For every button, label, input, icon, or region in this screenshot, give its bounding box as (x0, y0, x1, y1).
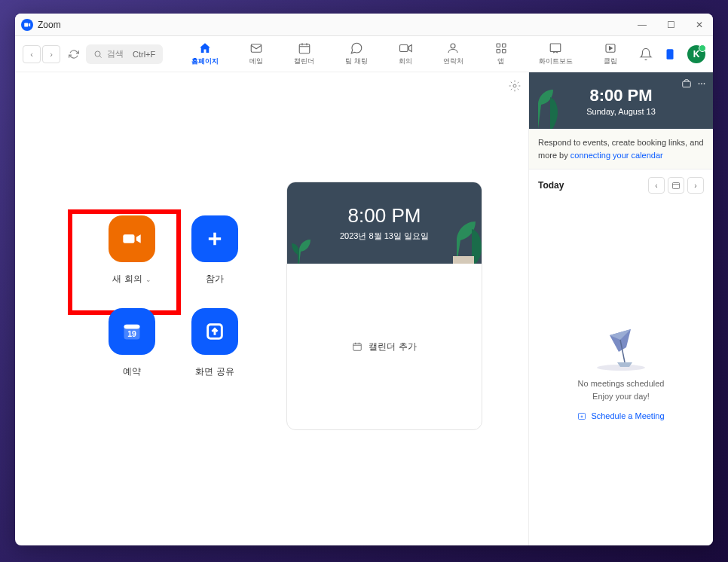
svg-rect-3 (299, 44, 310, 53)
empty-state: No meetings scheduled Enjoy your day! Sc… (529, 201, 713, 545)
next-day-button[interactable]: › (687, 177, 704, 194)
card-clock-time: 8:00 PM (348, 204, 421, 228)
bell-icon[interactable] (639, 47, 653, 61)
svg-rect-14 (123, 234, 134, 243)
sidebar-info: Respond to events, create booking links,… (529, 129, 713, 170)
svg-rect-16 (124, 325, 140, 329)
svg-rect-20 (353, 344, 362, 350)
nav-apps[interactable]: 앱 (488, 40, 514, 68)
svg-rect-9 (502, 50, 506, 53)
svg-rect-8 (497, 50, 500, 53)
nav-home[interactable]: 홈페이지 (185, 40, 225, 68)
close-button[interactable]: ✕ (692, 20, 707, 30)
refresh-button[interactable] (65, 45, 83, 63)
plant-decoration-icon (529, 84, 558, 129)
user-avatar[interactable]: K (687, 45, 705, 63)
titlebar: Zoom — ☐ ✕ (15, 14, 713, 36)
whiteboard-icon (549, 41, 562, 55)
svg-point-23 (701, 83, 702, 84)
nav-contacts[interactable]: 연락처 (437, 40, 470, 68)
today-label: Today (538, 180, 564, 191)
plant-decoration-icon (292, 232, 322, 264)
briefcase-icon[interactable] (681, 78, 692, 89)
prev-day-button[interactable]: ‹ (648, 177, 665, 194)
minimize-button[interactable]: — (635, 20, 650, 30)
nav-meetings[interactable]: 회의 (393, 40, 418, 68)
toolbar: ‹ › 검색 Ctrl+F 홈페이지 메일 캘린더 (15, 36, 713, 72)
calendar-icon (352, 341, 362, 352)
nav-chat[interactable]: 팀 채팅 (339, 40, 374, 68)
info-icon[interactable] (663, 47, 677, 61)
arrow-up-icon (204, 321, 225, 342)
svg-point-22 (699, 83, 700, 84)
svg-point-24 (704, 83, 705, 84)
svg-rect-7 (502, 44, 506, 47)
svg-rect-21 (683, 81, 691, 87)
svg-rect-0 (24, 23, 28, 26)
zoom-logo-icon (21, 19, 33, 31)
action-grid: 새 회의 ⌄ 참가 19 예약 (90, 215, 256, 378)
schedule-button[interactable]: 19 (109, 308, 155, 355)
schedule-meeting-link[interactable]: Schedule a Meeting (577, 411, 664, 420)
forward-button[interactable]: › (42, 45, 60, 63)
svg-point-5 (451, 44, 455, 48)
sidebar-header: 8:00 PM Sunday, August 13 (529, 72, 713, 129)
gear-icon (509, 80, 521, 92)
svg-text:19: 19 (127, 329, 136, 338)
add-calendar-button[interactable]: 캘린더 추가 (287, 264, 482, 429)
connect-calendar-link[interactable]: connecting your calendar (570, 151, 663, 160)
svg-rect-12 (667, 49, 674, 60)
calendar-icon (298, 41, 311, 55)
schedule-action: 19 예약 (90, 308, 173, 378)
more-icon[interactable] (696, 78, 707, 89)
video-icon (399, 41, 412, 55)
svg-rect-6 (497, 44, 500, 47)
apps-icon (494, 41, 508, 55)
video-camera-icon (121, 228, 142, 249)
maximize-button[interactable]: ☐ (663, 20, 678, 30)
settings-button[interactable] (509, 80, 521, 95)
main-nav: 홈페이지 메일 캘린더 팀 채팅 회의 연락처 (185, 40, 623, 68)
svg-point-13 (513, 84, 516, 87)
mail-icon (249, 41, 263, 55)
join-button[interactable] (191, 215, 238, 262)
calendar-plus-icon (577, 411, 586, 420)
card-clock-date: 2023년 8월 13일 일요일 (340, 231, 429, 242)
search-icon (93, 50, 102, 59)
nav-mail[interactable]: 메일 (243, 40, 269, 68)
today-icon-button[interactable] (668, 177, 684, 194)
sidebar: 8:00 PM Sunday, August 13 Respond to eve… (528, 72, 713, 545)
clips-icon (604, 41, 617, 55)
search-input[interactable]: 검색 Ctrl+F (86, 44, 163, 64)
today-bar: Today ‹ › (529, 170, 713, 201)
calendar-day-icon: 19 (121, 321, 142, 342)
svg-rect-2 (252, 44, 262, 53)
svg-rect-10 (551, 44, 561, 52)
search-placeholder: 검색 (107, 48, 124, 60)
nav-whiteboard[interactable]: 화이트보드 (533, 40, 579, 68)
sidebar-clock-time: 8:00 PM (589, 86, 652, 105)
plant-decoration-icon (445, 214, 482, 264)
back-button[interactable]: ‹ (23, 45, 41, 63)
sidebar-clock-date: Sunday, August 13 (586, 107, 656, 116)
svg-rect-4 (399, 45, 408, 52)
search-shortcut: Ctrl+F (133, 50, 155, 59)
calendar-card: 8:00 PM 2023년 8월 13일 일요일 캘린더 추가 (286, 182, 482, 430)
window-title: Zoom (38, 20, 61, 30)
calendar-card-header: 8:00 PM 2023년 8월 13일 일요일 (287, 182, 482, 264)
nav-calendar[interactable]: 캘린더 (288, 40, 320, 68)
new-meeting-button[interactable] (109, 215, 155, 262)
home-icon (198, 41, 212, 55)
nav-clips[interactable]: 클립 (598, 40, 623, 68)
umbrella-illustration-icon (595, 326, 647, 371)
share-button[interactable] (191, 308, 238, 355)
chevron-down-icon[interactable]: ⌄ (145, 276, 151, 283)
plus-icon (204, 228, 225, 249)
svg-rect-19 (453, 256, 474, 264)
content: 새 회의 ⌄ 참가 19 예약 (15, 72, 713, 545)
main-area: 새 회의 ⌄ 참가 19 예약 (15, 72, 528, 545)
contacts-icon (446, 41, 460, 55)
share-action: 화면 공유 (173, 308, 256, 378)
new-meeting-action: 새 회의 ⌄ (90, 215, 173, 286)
svg-rect-25 (673, 183, 680, 189)
